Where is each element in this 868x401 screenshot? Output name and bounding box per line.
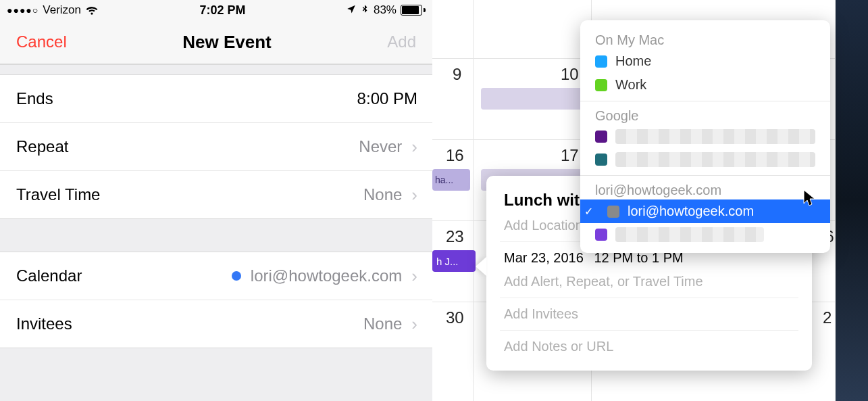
check-icon: ✓ xyxy=(584,205,593,218)
day-number: 16 xyxy=(446,146,464,165)
signal-dots-icon: ●●●●○ xyxy=(7,5,39,16)
dropdown-item-work[interactable]: Work xyxy=(580,73,830,97)
add-alert-row[interactable]: Add Alert, Repeat, or Travel Time xyxy=(504,270,794,293)
ends-value: 8:00 PM xyxy=(357,89,417,108)
day-number: 10 xyxy=(561,65,579,84)
chevron-right-icon: › xyxy=(411,314,417,335)
bluetooth-icon xyxy=(360,3,369,17)
repeat-value: Never xyxy=(359,137,402,156)
day-number: 23 xyxy=(446,227,464,246)
calendar-event-selected[interactable]: h J... xyxy=(432,250,476,272)
color-swatch-icon xyxy=(607,206,619,218)
travel-time-row[interactable]: Travel Time None › xyxy=(0,171,432,218)
dropdown-item-label: Work xyxy=(615,77,646,93)
add-invitees-row[interactable]: Add Invitees xyxy=(504,302,794,326)
calendar-group: Calendar lori@howtogeek.com › Invitees N… xyxy=(0,252,432,348)
calendar-dropdown: On My Mac Home Work Google lori@howtogee… xyxy=(580,20,830,253)
event-date: Mar 23, 2016 xyxy=(504,250,584,265)
travel-time-label: Travel Time xyxy=(16,185,100,204)
invitees-row[interactable]: Invitees None › xyxy=(0,300,432,348)
calendar-label: Calendar xyxy=(16,266,82,285)
day-number: 30 xyxy=(446,308,464,327)
ends-row[interactable]: Ends 8:00 PM xyxy=(0,75,432,123)
chevron-right-icon: › xyxy=(411,137,417,158)
redacted-label xyxy=(615,227,764,242)
day-number: 17 xyxy=(561,146,579,165)
dropdown-section-label: On My Mac xyxy=(580,30,830,49)
calendar-value: lori@howtogeek.com xyxy=(251,266,402,285)
chevron-right-icon: › xyxy=(411,266,417,287)
ios-nav-bar: Cancel New Event Add xyxy=(0,20,432,64)
day-number: 2 xyxy=(823,308,832,327)
chevron-right-icon: › xyxy=(411,185,417,206)
wifi-icon xyxy=(85,2,99,18)
repeat-label: Repeat xyxy=(16,137,68,156)
dropdown-item-google2[interactable] xyxy=(580,148,830,171)
mac-calendar-area: 9 10 16 17 23 30 26 2 ha... h J... Lunch… xyxy=(432,0,868,401)
add-button[interactable]: Add xyxy=(387,32,416,51)
invitees-value: None xyxy=(363,314,402,333)
cancel-button[interactable]: Cancel xyxy=(16,32,67,51)
calendar-color-dot-icon xyxy=(232,271,241,281)
dropdown-item-home[interactable]: Home xyxy=(580,49,830,73)
redacted-label xyxy=(615,152,815,167)
cursor-icon xyxy=(803,189,817,207)
ends-label: Ends xyxy=(16,89,53,108)
page-title: New Event xyxy=(182,32,272,53)
ios-new-event-screen: ●●●●○ Verizon 7:02 PM 83% xyxy=(0,0,432,401)
color-swatch-icon xyxy=(595,55,607,68)
event-details-group: Ends 8:00 PM Repeat Never › Travel Time … xyxy=(0,75,432,218)
redacted-label xyxy=(615,129,815,144)
dropdown-section-label: lori@howtogeek.com xyxy=(580,180,830,199)
dropdown-section-label: Google xyxy=(580,105,830,125)
clock-label: 7:02 PM xyxy=(199,3,245,18)
add-notes-row[interactable]: Add Notes or URL xyxy=(504,335,794,358)
travel-time-value: None xyxy=(363,185,402,204)
carrier-label: Verizon xyxy=(43,3,81,17)
color-swatch-icon xyxy=(595,229,607,241)
calendar-event[interactable]: ha... xyxy=(432,169,470,191)
dropdown-item-google1[interactable] xyxy=(580,125,830,148)
dropdown-item-label: Home xyxy=(615,53,651,69)
invitees-label: Invitees xyxy=(16,314,72,333)
ios-status-bar: ●●●●○ Verizon 7:02 PM 83% xyxy=(0,0,432,20)
dropdown-item-selected[interactable]: ✓ lori@howtogeek.com xyxy=(580,199,830,223)
color-swatch-icon xyxy=(595,79,607,91)
dropdown-item-extra[interactable] xyxy=(580,223,830,246)
day-number: 9 xyxy=(453,65,461,84)
location-icon xyxy=(347,3,356,17)
desktop-background xyxy=(836,0,868,401)
dropdown-item-label: lori@howtogeek.com xyxy=(628,204,754,219)
color-swatch-icon xyxy=(595,154,607,166)
battery-icon xyxy=(401,5,426,16)
calendar-row[interactable]: Calendar lori@howtogeek.com › xyxy=(0,252,432,300)
color-swatch-icon xyxy=(595,131,607,143)
battery-pct-label: 83% xyxy=(374,3,397,17)
calendar-event[interactable] xyxy=(481,88,588,110)
repeat-row[interactable]: Repeat Never › xyxy=(0,123,432,171)
